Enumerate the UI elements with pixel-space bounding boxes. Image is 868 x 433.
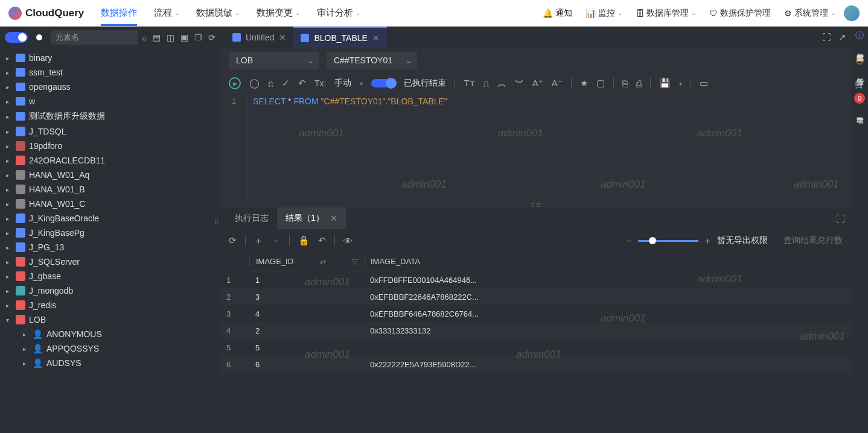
tree-item-21[interactable]: ▸👤AUDSYS [0, 356, 220, 370]
comment-icon[interactable]: ▭ [700, 78, 708, 89]
chevron-icon[interactable]: ▸ [6, 143, 12, 150]
tree-item-19[interactable]: ▸👤ANONYMOUS [0, 327, 220, 341]
chevron-icon[interactable]: ▸ [6, 215, 12, 222]
font-dec-icon[interactable]: A⁻ [552, 78, 563, 89]
table-row[interactable]: 230xEFBBBF22646A7868222C... [220, 288, 851, 305]
chevron-icon[interactable]: ▸ [6, 186, 12, 193]
tree-item-4[interactable]: ▸测试数据库升级数据 [0, 109, 220, 124]
tab-result-1[interactable]: 结果（1） ✕ [277, 207, 346, 229]
chevron-icon[interactable]: ▸ [6, 128, 12, 135]
rail-orders[interactable]: 申请单 [855, 107, 865, 115]
clock-icon[interactable]: ◷ [856, 55, 863, 65]
import-icon[interactable]: ⎙ [636, 78, 642, 89]
collapse-icon[interactable]: ◫ [167, 33, 174, 42]
snippet-icon[interactable]: ▢ [596, 78, 605, 89]
close-icon[interactable]: ✕ [279, 33, 286, 42]
tree-item-8[interactable]: ▸HANA_W01_Aq [0, 168, 220, 182]
favorite-icon[interactable]: ★ [580, 78, 588, 89]
chevron-icon[interactable]: ▾ [6, 317, 12, 323]
grip-icon[interactable]: ⠿ [214, 218, 219, 226]
chevron-icon[interactable]: ▸ [6, 98, 12, 105]
tree[interactable]: ▸binary▸ssm_test▸opengauss▸w▸测试数据库升级数据▸J… [0, 48, 220, 433]
tree-item-7[interactable]: ▸242ORACLECDB11 [0, 153, 220, 168]
plan-icon[interactable]: ⎌ [268, 78, 273, 89]
tree-item-10[interactable]: ▸HANA_W01_C [0, 197, 220, 211]
tree-item-11[interactable]: ▸J_KingBaseOracle [0, 211, 220, 226]
tree-item-3[interactable]: ▸w [0, 94, 220, 109]
export-icon[interactable]: ⎘ [622, 78, 628, 89]
chevron-icon[interactable]: ▸ [6, 288, 12, 294]
chevron-icon[interactable]: ▸ [6, 201, 12, 207]
nav-right-3[interactable]: 🛡数据保护管理 [709, 8, 771, 19]
tree-item-9[interactable]: ▸HANA_W01_B [0, 182, 220, 197]
collapse-up-icon[interactable]: ︽ [497, 78, 506, 89]
refresh-icon[interactable]: ⟳ [208, 33, 215, 42]
tree-item-5[interactable]: ▸J_TDSQL [0, 124, 220, 139]
cell-image-data[interactable]: 0x333132333132 [364, 326, 485, 335]
info-icon[interactable]: ⓘ [855, 30, 864, 41]
nav-item-3[interactable]: 数据变更⌄ [257, 1, 300, 25]
zoom-slider[interactable] [638, 240, 698, 242]
zoom-in-icon[interactable]: ＋ [703, 235, 712, 247]
cell-image-data[interactable]: 0xFFD8FFE000104A464946... [364, 276, 485, 285]
editor-tab-1[interactable]: BLOB_TABLE✕ [293, 27, 386, 48]
col-image-data[interactable]: IMAGE_DATA [364, 257, 485, 266]
code-area[interactable]: SELECT * FROM "C##TESTOY01"."BLOB_TABLE" [248, 94, 851, 203]
sort-icon[interactable]: ▴▾ [320, 260, 326, 264]
filter-icon[interactable]: ▤ [153, 33, 161, 42]
tx-mode[interactable]: 手动 [334, 78, 351, 89]
chevron-icon[interactable]: ▸ [6, 113, 12, 120]
chevron-icon[interactable]: ▸ [23, 331, 29, 338]
theme-toggle[interactable] [5, 32, 28, 43]
sidebar-search[interactable]: 元素名 [51, 30, 138, 45]
nav-right-2[interactable]: 🗄数据库管理⌄ [636, 8, 696, 19]
table-row[interactable]: 420x333132333132 [220, 322, 851, 339]
format-icon[interactable]: Tᴛ [464, 78, 474, 89]
folder-tree-icon[interactable]: ▣ [180, 33, 188, 42]
chevron-icon[interactable]: ▸ [6, 69, 12, 76]
nav-item-0[interactable]: 数据操作 [101, 1, 137, 25]
database-select[interactable]: C##TESTOY01 [327, 52, 417, 69]
chevron-icon[interactable]: ▸ [6, 157, 12, 164]
chevron-icon[interactable]: ▸ [23, 346, 29, 352]
save-icon[interactable]: 💾 [659, 78, 671, 89]
chevron-icon[interactable]: ▸ [6, 55, 12, 62]
revert-icon[interactable]: ↶ [318, 235, 326, 246]
fullscreen-icon[interactable]: ⛶ [836, 213, 845, 224]
cell-image-id[interactable]: 5 [249, 343, 364, 352]
undo-icon[interactable]: ↶ [298, 78, 306, 89]
tree-item-14[interactable]: ▸J_SQLServer [0, 254, 220, 269]
chevron-icon[interactable]: ▸ [6, 302, 12, 309]
tree-item-20[interactable]: ▸👤APPQOSSYS [0, 341, 220, 356]
cart-icon[interactable]: 🛒 [855, 80, 865, 89]
chevron-icon[interactable]: ▸ [6, 244, 12, 251]
tree-item-12[interactable]: ▸J_KingBasePg [0, 226, 220, 240]
copy-icon[interactable]: ❐ [194, 33, 202, 42]
cell-image-id[interactable]: 4 [249, 309, 364, 318]
tree-item-0[interactable]: ▸binary [0, 51, 220, 65]
chevron-icon[interactable]: ▸ [6, 172, 12, 179]
nav-item-2[interactable]: 数据脱敏⌄ [196, 1, 240, 25]
col-image-id[interactable]: IMAGE_ID ▴▾ ▽ [249, 257, 364, 266]
cell-image-data[interactable]: 0x222222E5A793E5908D22... [364, 360, 485, 369]
rail-running-tasks[interactable]: 运行任务 [855, 69, 865, 76]
tab-exec-log[interactable]: 执行日志 [226, 207, 277, 229]
nav-item-1[interactable]: 流程⌄ [154, 1, 179, 25]
search-icon[interactable]: ⌕ [142, 33, 147, 42]
chevron-icon[interactable]: ▸ [6, 84, 12, 90]
nav-right-0[interactable]: 🔔通知 [543, 8, 572, 19]
chevron-icon[interactable]: ▸ [6, 273, 12, 280]
tree-item-17[interactable]: ▸J_redis [0, 298, 220, 312]
table-row[interactable]: 340xEFBBBF646A78682C6764... [220, 305, 851, 322]
refresh-result-icon[interactable]: ⟳ [229, 235, 237, 246]
table-row[interactable]: 55 [220, 339, 851, 356]
cell-image-id[interactable]: 1 [249, 276, 364, 285]
tree-item-2[interactable]: ▸opengauss [0, 80, 220, 94]
cell-image-data[interactable]: 0xEFBBBF22646A7868222C... [364, 292, 485, 302]
tree-item-13[interactable]: ▸J_PG_13 [0, 240, 220, 254]
tree-item-1[interactable]: ▸ssm_test [0, 65, 220, 80]
zoom-out-icon[interactable]: － [624, 235, 633, 247]
row-count-search[interactable]: 查询结果总行数 [783, 235, 843, 246]
tree-item-6[interactable]: ▸19pdforo [0, 139, 220, 153]
sql-editor[interactable]: 1 SELECT * FROM "C##TESTOY01"."BLOB_TABL… [220, 94, 851, 203]
